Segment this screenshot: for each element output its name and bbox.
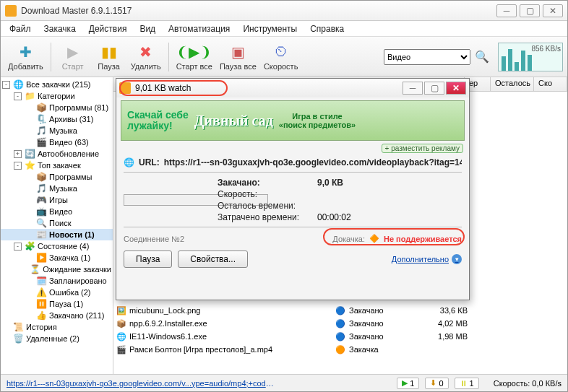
tree-icon: 📜: [13, 322, 23, 332]
search-category-select[interactable]: Видео: [384, 49, 470, 65]
tree-expander-icon[interactable]: -: [14, 162, 22, 170]
menu-file[interactable]: Файл: [4, 22, 37, 35]
tree-expander-icon[interactable]: +: [14, 150, 22, 158]
col-speed[interactable]: Ско: [534, 77, 567, 91]
tree-item[interactable]: ⚠️Ошибка (2): [1, 287, 113, 298]
tree-label: Музыка: [49, 184, 77, 193]
tree-item[interactable]: -⭐Топ закачек: [1, 160, 113, 171]
tree-icon: ⏸️: [36, 299, 46, 309]
state-icon: 🔵: [335, 319, 346, 328]
place-ad-button[interactable]: + разместить рекламу: [382, 144, 463, 153]
tree-label: Закачка (1): [49, 253, 90, 262]
table-row[interactable]: 🎬Рамси Болтон [Игра престолов]_a.mp4🟠Зак…: [113, 343, 567, 356]
tree-item[interactable]: 🎵Музыка: [1, 183, 113, 194]
tree-expander-icon[interactable]: -: [14, 243, 22, 251]
tree-label: Программы (81): [49, 103, 108, 112]
tree-icon: 👍: [36, 310, 46, 321]
pause-all-button[interactable]: ▣ Пауза все: [217, 40, 259, 74]
dialog-app-icon: [119, 82, 131, 94]
dialog-minimize-button[interactable]: ─: [403, 82, 423, 95]
tree-label: Состояние (4): [38, 242, 89, 251]
tree-item[interactable]: 📰Новости (1): [1, 229, 113, 240]
tree-item[interactable]: 👍Закачано (211): [1, 310, 113, 321]
tree-icon: 🎮: [36, 195, 46, 205]
tree-icon: 📁: [25, 91, 35, 101]
speed-icon: ⏲: [272, 43, 290, 61]
menu-view[interactable]: Вид: [134, 22, 161, 35]
tree-item[interactable]: +🔄Автообновление: [1, 148, 113, 160]
tree-label: Запланировано: [49, 276, 107, 285]
tree-item[interactable]: 🎮Игры: [1, 194, 113, 206]
tree-item[interactable]: ⏸️Пауза (1): [1, 298, 113, 310]
tree-item[interactable]: -📁Категории: [1, 90, 113, 102]
maximize-button[interactable]: ▢: [520, 4, 540, 17]
pause-button[interactable]: ▮▮ Пауза: [92, 40, 126, 74]
tree-item[interactable]: -🧩Состояние (4): [1, 240, 113, 252]
status-chip: ⏸1: [455, 378, 479, 389]
tree-item[interactable]: 📺Видео: [1, 206, 113, 217]
tree-label: Новости (1): [49, 230, 95, 239]
tree-icon: 🎬: [36, 137, 46, 147]
tree-icon: 🗓️: [36, 276, 46, 286]
tree-expander-icon[interactable]: -: [2, 81, 10, 89]
menu-automation[interactable]: Автоматизация: [163, 22, 236, 35]
tree-item[interactable]: 📦Программы (81): [1, 102, 113, 113]
menu-download[interactable]: Закачка: [38, 22, 82, 35]
tree-icon: 📦: [36, 103, 46, 113]
table-row[interactable]: 📦npp.6.9.2.Installer.exe🔵Закачано4,02 МВ: [113, 317, 567, 330]
search-icon[interactable]: 🔍: [475, 50, 489, 64]
tree-icon: 📰: [36, 230, 46, 240]
dialog-maximize-button[interactable]: ▢: [424, 82, 444, 95]
tree-item[interactable]: 🗓️Запланировано: [1, 275, 113, 287]
delete-button[interactable]: ✖ Удалить: [128, 40, 164, 74]
tree-label: Закачано (211): [49, 311, 104, 320]
tree-icon: 🎵: [36, 126, 46, 136]
col-left[interactable]: Осталось: [491, 77, 534, 91]
tree-item[interactable]: 🔍Поиск: [1, 217, 113, 229]
more-link[interactable]: Дополнительно ▾: [392, 254, 462, 264]
status-speed: Скорость: 0,0 КВ/s: [494, 379, 561, 388]
table-row[interactable]: 🖼️micubunu_Lock.png🔵Закачано33,6 КВ: [113, 304, 567, 317]
tree-item[interactable]: 📜История: [1, 321, 113, 333]
tree-item[interactable]: 📦Программы: [1, 171, 113, 183]
table-row[interactable]: 🌐IE11-Windows6.1.exe🔵Закачано1,98 МВ: [113, 330, 567, 343]
tree-item[interactable]: ⏳Ожидание закачки: [1, 263, 113, 275]
menu-actions[interactable]: Действия: [83, 22, 133, 35]
file-name: micubunu_Lock.png: [129, 306, 332, 315]
tree-item[interactable]: 🎬Видео (63): [1, 136, 113, 148]
tree-icon: 🔄: [25, 149, 35, 159]
tree-item[interactable]: 🎵Музыка: [1, 125, 113, 136]
dialog-pause-button[interactable]: Пауза: [124, 251, 172, 268]
menu-tools[interactable]: Инструменты: [237, 22, 303, 35]
category-tree: -🌐Все закачки (215)-📁Категории📦Программы…: [1, 77, 113, 374]
file-state: Закачка: [349, 345, 414, 354]
state-icon: 🟠: [335, 345, 346, 354]
elapsed-label: Затрачено времени:: [218, 212, 317, 222]
tree-expander-icon[interactable]: -: [14, 92, 22, 100]
dialog-close-button[interactable]: ✕: [446, 82, 466, 95]
start-all-button[interactable]: ❨▶❩ Старт все: [173, 40, 215, 74]
minimize-button[interactable]: ─: [496, 4, 517, 17]
tree-label: Пауза (1): [49, 300, 83, 308]
tree-item[interactable]: ▶️Закачка (1): [1, 252, 113, 263]
tree-label: Игры: [49, 196, 68, 204]
status-url[interactable]: https://r1---sn-03guxaxjvh-qo3e.googlevi…: [7, 379, 274, 388]
ad-banner[interactable]: Скачай себе лужайку! Дивный сад Игра в с…: [121, 100, 465, 141]
tree-item[interactable]: 🗑️Удаленные (2): [1, 333, 113, 344]
dialog-properties-button[interactable]: Свойства...: [178, 251, 248, 268]
tree-icon: 📺: [36, 206, 46, 217]
add-button[interactable]: ✚ Добавить: [5, 40, 46, 74]
pause-all-icon: ▣: [229, 43, 246, 61]
tree-label: Все закачки (215): [26, 80, 91, 89]
start-button[interactable]: ▶ Старт: [56, 40, 90, 74]
file-name: IE11-Windows6.1.exe: [129, 332, 332, 341]
resume-label: Докачка:: [332, 235, 365, 243]
close-button[interactable]: ✕: [543, 4, 563, 17]
file-icon: 🌐: [116, 332, 126, 341]
speed-button[interactable]: ⏲ Скорость: [261, 40, 301, 74]
tree-label: Удаленные (2): [26, 334, 79, 343]
tree-item[interactable]: -🌐Все закачки (215): [1, 79, 113, 90]
tree-item[interactable]: 🗜️Архивы (31): [1, 113, 113, 125]
menu-help[interactable]: Справка: [304, 22, 350, 35]
url-label: URL:: [139, 157, 160, 167]
